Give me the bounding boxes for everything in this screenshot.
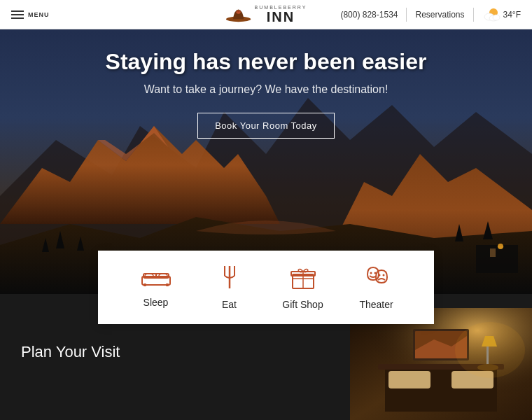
divider xyxy=(406,8,407,22)
room-preview-image xyxy=(350,308,532,420)
feature-sleep[interactable]: Sleep xyxy=(128,267,184,308)
giftshop-icon xyxy=(290,265,316,293)
divider2 xyxy=(473,8,474,22)
weather-widget: 34°F xyxy=(482,7,521,22)
weather-icon xyxy=(482,7,500,22)
features-strip: Sleep Eat Gift Shop xyxy=(98,251,434,324)
menu-button[interactable]: MENU xyxy=(11,10,50,19)
phone-number: (800) 828-1534 xyxy=(340,10,398,20)
svg-point-1 xyxy=(236,10,240,13)
reservations-link[interactable]: Reservations xyxy=(415,10,464,20)
logo-text: BUMBLEBERRY INN xyxy=(255,5,307,24)
eat-label: Eat xyxy=(222,299,237,310)
header-right: (800) 828-1534 Reservations 34°F xyxy=(340,7,521,22)
svg-rect-8 xyxy=(490,248,496,257)
sleep-icon xyxy=(141,267,172,291)
hero-content: Staying has never been easier Want to ta… xyxy=(0,35,532,153)
book-room-button[interactable]: Book Your Room Today xyxy=(197,113,335,139)
svg-rect-13 xyxy=(144,284,146,286)
header: MENU BUMBLEBERRY INN (800) 828-1534 Rese… xyxy=(0,0,532,29)
svg-point-24 xyxy=(370,272,372,274)
feature-giftshop[interactable]: Gift Shop xyxy=(275,265,331,310)
eat-icon xyxy=(217,265,242,293)
svg-point-27 xyxy=(382,274,384,276)
feature-eat[interactable]: Eat xyxy=(202,265,258,310)
plan-visit-title: Plan Your Visit xyxy=(21,343,120,361)
hero-section: Staying has never been easier Want to ta… xyxy=(0,0,532,294)
svg-rect-14 xyxy=(166,284,169,286)
svg-rect-7 xyxy=(476,245,518,273)
giftshop-label: Gift Shop xyxy=(282,299,323,310)
hero-title: Staying has never been easier xyxy=(14,49,518,75)
logo-hat-icon xyxy=(225,5,252,24)
temperature: 34°F xyxy=(503,10,521,20)
logo[interactable]: BUMBLEBERRY INN xyxy=(225,5,307,24)
hamburger-icon xyxy=(11,10,24,19)
sleep-label: Sleep xyxy=(144,297,169,308)
theater-label: Theater xyxy=(359,299,393,310)
menu-label: MENU xyxy=(28,11,50,18)
svg-rect-32 xyxy=(388,371,430,388)
hero-subtitle: Want to take a journey? We have the dest… xyxy=(14,83,518,96)
svg-point-38 xyxy=(455,322,525,378)
theater-icon xyxy=(363,265,390,293)
svg-point-26 xyxy=(378,274,380,276)
svg-point-5 xyxy=(493,15,500,20)
feature-theater[interactable]: Theater xyxy=(349,265,405,310)
